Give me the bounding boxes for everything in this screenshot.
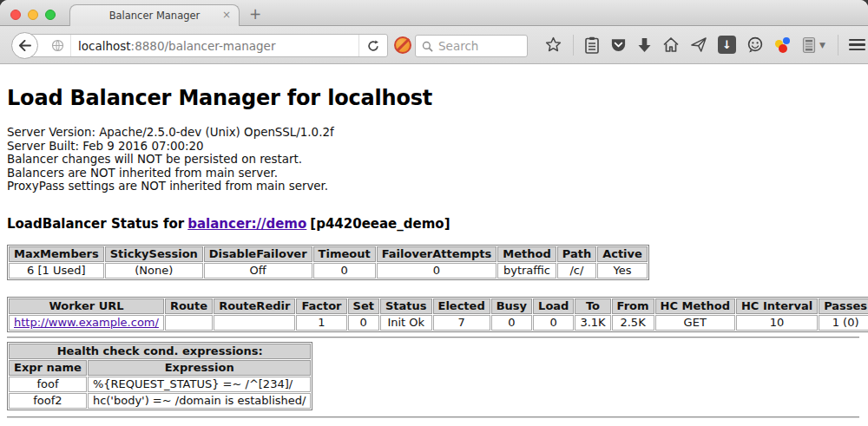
- balancer-header-cell: StickySession: [105, 246, 203, 262]
- close-window-button[interactable]: [10, 10, 21, 20]
- worker-header-cell: Passes: [819, 298, 868, 314]
- worker-header-cell: Status: [380, 298, 432, 314]
- search-icon: [422, 41, 433, 52]
- zoom-window-button[interactable]: [45, 10, 56, 20]
- menu-hamburger-icon[interactable]: [849, 39, 865, 51]
- globe-icon: [51, 39, 64, 52]
- health-header-row: Expr name Expression: [9, 360, 311, 376]
- colored-dots-extension-icon[interactable]: [774, 36, 792, 54]
- navigation-toolbar: localhost:8880/balancer-manager: [0, 26, 868, 64]
- health-check-table: Health check cond. expressions: Expr nam…: [7, 342, 312, 410]
- tab-close-icon[interactable]: ×: [222, 10, 231, 21]
- health-data-row: foof %{REQUEST_STATUS} =~ /^[234]/: [9, 377, 311, 392]
- tab-balancer-manager[interactable]: Balancer Manager ×: [69, 4, 240, 26]
- worker-cell: GET: [655, 315, 735, 331]
- worker-header-cell: Factor: [296, 298, 346, 314]
- worker-header-cell: From: [612, 298, 654, 314]
- tab-strip: Balancer Manager × +: [0, 0, 868, 26]
- balancer-demo-link[interactable]: balancer://demo: [187, 216, 306, 232]
- server-info: Server Version: Apache/2.5.0-dev (Unix) …: [7, 126, 868, 193]
- health-expr-name-cell: foof: [9, 377, 87, 392]
- health-table-title: Health check cond. expressions:: [9, 344, 311, 359]
- worker-data-row: http://www.example.com/ 1 0 Init Ok 7 0 …: [9, 315, 868, 331]
- worker-header-row: Worker URL Route RouteRedir Factor Set S…: [9, 298, 868, 314]
- balancer-cell: bytraffic: [497, 263, 556, 279]
- health-expr-name-cell: foof2: [9, 393, 87, 409]
- server-built-line: Server Built: Feb 9 2016 07:00:20: [7, 140, 868, 154]
- url-input[interactable]: localhost:8880/balancer-manager: [25, 34, 388, 57]
- worker-cell: 2.5K: [612, 315, 654, 331]
- status-heading-suffix: [p4420eeae_demo]: [310, 216, 450, 232]
- balancer-cell: Yes: [597, 263, 648, 279]
- balancer-cell: 0: [377, 263, 497, 279]
- url-path: :8880/balancer-manager: [131, 39, 276, 53]
- worker-header-cell: HC Method: [655, 298, 735, 314]
- bookmarks-clipboard-icon[interactable]: [584, 36, 600, 54]
- worker-cell: 3.1K: [575, 315, 610, 331]
- toolbar-separator: [838, 35, 838, 56]
- health-title-row: Health check cond. expressions:: [9, 344, 311, 359]
- worker-header-cell: HC Interval: [736, 298, 818, 314]
- worker-cell: 0: [348, 315, 379, 331]
- balancer-cell: 0: [313, 263, 376, 279]
- worker-header-cell: To: [575, 298, 610, 314]
- divider: [7, 337, 859, 338]
- dropdown-caret-icon[interactable]: ▼: [819, 41, 825, 49]
- search-input[interactable]: [438, 39, 521, 53]
- worker-header-cell: Load: [533, 298, 574, 314]
- worker-url-link[interactable]: http://www.example.com/: [14, 316, 159, 329]
- worker-header-cell: Set: [348, 298, 379, 314]
- worker-header-cell: Busy: [491, 298, 532, 314]
- back-arrow-icon: [18, 40, 31, 51]
- url-text: localhost:8880/balancer-manager: [78, 39, 358, 53]
- worker-header-cell: RouteRedir: [214, 298, 295, 314]
- balancer-cell: Off: [204, 263, 312, 279]
- worker-table: Worker URL Route RouteRedir Factor Set S…: [7, 297, 868, 332]
- worker-cell: [165, 315, 213, 331]
- home-icon[interactable]: [662, 36, 680, 53]
- worker-cell: 0: [533, 315, 574, 331]
- health-expression-cell: %{REQUEST_STATUS} =~ /^[234]/: [88, 377, 312, 392]
- balancer-header-cell: Active: [597, 246, 648, 262]
- balancer-header-cell: FailoverAttempts: [377, 246, 497, 262]
- search-bar[interactable]: [415, 35, 528, 57]
- minimize-window-button[interactable]: [28, 10, 38, 20]
- new-tab-button[interactable]: +: [249, 5, 261, 23]
- site-identity-button[interactable]: [45, 35, 71, 56]
- worker-header-cell: Worker URL: [9, 298, 164, 314]
- clipboard-panel-icon[interactable]: ▼: [802, 36, 825, 54]
- reload-icon: [367, 40, 379, 52]
- balancer-cell: /c/: [557, 263, 596, 279]
- pocket-icon[interactable]: [610, 36, 627, 53]
- persist-notice-line: Balancer changes will NOT be persisted o…: [7, 153, 868, 167]
- health-data-row: foof2 hc('body') =~ /domain is establish…: [9, 393, 311, 409]
- download-arrow-icon[interactable]: [637, 37, 652, 53]
- page-title: Load Balancer Manager for localhost: [7, 85, 868, 111]
- bookmark-star-icon[interactable]: [544, 36, 562, 54]
- health-header-cell: Expr name: [9, 360, 87, 376]
- balancer-header-cell: DisableFailover: [204, 246, 312, 262]
- reader-download-icon[interactable]: ↓: [718, 36, 736, 54]
- traffic-lights: [10, 10, 56, 20]
- proxypass-notice-line: ProxyPass settings are NOT inherited fro…: [7, 180, 868, 193]
- balancer-data-row: 6 [1 Used] (None) Off 0 0 bytraffic /c/ …: [9, 263, 648, 279]
- balancer-cell: (None): [105, 263, 203, 279]
- reload-button[interactable]: [358, 35, 387, 56]
- status-heading-prefix: LoadBalancer Status for: [7, 216, 184, 232]
- worker-header-cell: Route: [165, 298, 213, 314]
- feedback-smiley-icon[interactable]: [746, 36, 764, 54]
- loadbalancer-status-heading: LoadBalancer Status forbalancer://demo[p…: [7, 217, 868, 232]
- balancer-table: MaxMembers StickySession DisableFailover…: [7, 245, 649, 280]
- back-button[interactable]: [11, 32, 38, 59]
- plugin-blocked-icon[interactable]: [394, 36, 411, 54]
- worker-header-cell: Elected: [433, 298, 490, 314]
- worker-url-cell: http://www.example.com/: [9, 315, 164, 331]
- worker-cell: [214, 315, 295, 331]
- balancer-cell: 6 [1 Used]: [9, 263, 104, 279]
- balancer-header-cell: MaxMembers: [9, 246, 104, 262]
- send-tab-icon[interactable]: [690, 36, 707, 53]
- toolbar-icon-row: ↓ ▼: [544, 26, 868, 63]
- worker-cell: 7: [433, 315, 490, 331]
- worker-cell: 10: [736, 315, 818, 331]
- balancer-header-cell: Method: [497, 246, 556, 262]
